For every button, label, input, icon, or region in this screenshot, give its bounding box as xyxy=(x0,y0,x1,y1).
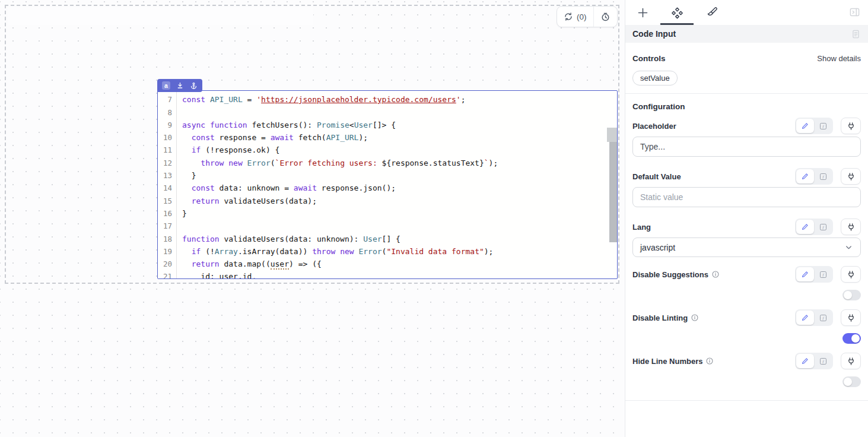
code-line[interactable]: 17 xyxy=(158,220,617,232)
line-number: 8 xyxy=(158,106,177,119)
collapse-panel-icon[interactable] xyxy=(849,7,860,18)
code-line[interactable]: 13 } xyxy=(158,169,617,182)
run-count: (0) xyxy=(577,12,587,21)
code-line[interactable]: 16} xyxy=(158,207,617,220)
line-number: 17 xyxy=(158,220,177,232)
plug-icon xyxy=(847,314,856,322)
setvalue-chip[interactable]: setValue xyxy=(632,71,678,86)
svg-text:f: f xyxy=(822,359,824,363)
show-details-link[interactable]: Show details xyxy=(817,54,861,63)
plug-icon xyxy=(847,122,856,131)
run-history-button[interactable] xyxy=(593,7,617,27)
function-mode-button[interactable]: f xyxy=(814,311,832,325)
edit-mode-button[interactable] xyxy=(796,169,814,183)
function-icon: f xyxy=(819,270,828,279)
property-row-placeholder: Placeholder f xyxy=(632,118,861,134)
default-value-input[interactable] xyxy=(632,187,861,207)
binding-mode-segment: f xyxy=(795,168,833,185)
code-line[interactable]: 8 xyxy=(158,106,617,119)
line-number: 18 xyxy=(158,233,177,245)
svg-text:f: f xyxy=(822,273,824,277)
binding-mode-segment: f xyxy=(795,266,833,283)
widget-title-bar: Code Input xyxy=(625,25,868,43)
function-mode-button[interactable]: f xyxy=(814,169,832,183)
divider xyxy=(625,400,868,401)
edit-mode-button[interactable] xyxy=(796,220,814,234)
disable-suggestions-toggle[interactable] xyxy=(842,290,861,300)
binding-mode-segment: f xyxy=(795,353,833,369)
code-line[interactable]: 9async function fetchUsers(): Promise<Us… xyxy=(158,119,617,131)
function-mode-button[interactable]: f xyxy=(814,220,832,234)
pencil-icon xyxy=(801,172,809,180)
svg-text:f: f xyxy=(822,124,824,128)
function-icon: f xyxy=(819,122,828,131)
code-lines[interactable]: 6}7const API_URL = 'https://jsonplacehol… xyxy=(158,91,617,278)
plug-icon xyxy=(847,357,856,366)
tab-add-widget[interactable] xyxy=(625,0,660,25)
code-input-widget[interactable]: 6}7const API_URL = 'https://jsonplacehol… xyxy=(157,90,618,279)
refresh-button[interactable]: (0) xyxy=(557,7,593,27)
code-line[interactable]: 15 return validateUsers(data); xyxy=(158,195,617,207)
edit-mode-button[interactable] xyxy=(796,119,814,133)
editor-scrollbar[interactable] xyxy=(609,128,617,242)
line-number: 14 xyxy=(158,182,177,194)
function-mode-button[interactable]: f xyxy=(814,119,832,133)
bind-data-button[interactable] xyxy=(841,266,861,283)
rename-icon[interactable]: a xyxy=(162,81,170,90)
code-line[interactable]: 12 throw new Error(`Error fetching users… xyxy=(158,157,617,169)
lang-select[interactable]: javascript xyxy=(632,238,861,257)
line-number: 15 xyxy=(158,195,177,207)
info-icon xyxy=(691,314,699,322)
controls-heading: Controls xyxy=(632,54,666,63)
property-row-disable-linting: Disable Linting f xyxy=(632,309,861,326)
lang-select-value: javascript xyxy=(640,243,675,252)
code-line[interactable]: 18function validateUsers(data: unknown):… xyxy=(158,233,617,245)
code-line[interactable]: 19 if (!Array.isArray(data)) throw new E… xyxy=(158,245,617,258)
pencil-icon xyxy=(801,223,809,231)
line-number: 19 xyxy=(158,245,177,258)
code-line[interactable]: 7const API_URL = 'https://jsonplaceholde… xyxy=(158,93,617,106)
configuration-heading: Configuration xyxy=(632,102,861,111)
insert-below-icon[interactable] xyxy=(176,82,184,90)
edit-mode-button[interactable] xyxy=(796,354,814,368)
function-icon: f xyxy=(819,172,828,181)
anchor-icon[interactable] xyxy=(190,82,198,90)
code-editor[interactable]: 6}7const API_URL = 'https://jsonplacehol… xyxy=(158,91,617,278)
canvas-top-zone xyxy=(8,7,313,25)
widget-action-chip[interactable]: a xyxy=(157,79,202,92)
app-canvas[interactable]: (0) a 6}7const API_URL = 'https://json xyxy=(0,0,625,437)
bind-data-button[interactable] xyxy=(841,118,861,134)
line-number: 21 xyxy=(158,270,177,278)
line-number: 9 xyxy=(158,119,177,131)
svg-text:f: f xyxy=(822,225,824,229)
code-line[interactable]: 21 id: user.id, xyxy=(158,270,617,278)
function-mode-button[interactable]: f xyxy=(814,267,832,281)
function-mode-button[interactable]: f xyxy=(814,354,832,368)
disable-linting-label: Disable Linting xyxy=(632,314,688,322)
code-line[interactable]: 20 return data.map((user) => ({ xyxy=(158,258,617,270)
plug-icon xyxy=(847,270,856,279)
docs-icon[interactable] xyxy=(851,29,861,39)
placeholder-input[interactable] xyxy=(632,137,861,157)
disable-linting-toggle[interactable] xyxy=(842,333,861,344)
bind-data-button[interactable] xyxy=(841,309,861,326)
code-line[interactable]: 14 const data: unknown = await response.… xyxy=(158,182,617,194)
bind-data-button[interactable] xyxy=(841,218,861,235)
hide-line-numbers-label: Hide Line Numbers xyxy=(632,357,702,366)
edit-mode-button[interactable] xyxy=(796,311,814,325)
tab-widget-properties[interactable] xyxy=(660,0,694,25)
line-number: 11 xyxy=(158,144,177,156)
bind-data-button[interactable] xyxy=(841,168,861,185)
line-number: 20 xyxy=(158,258,177,270)
function-icon: f xyxy=(819,314,828,322)
widget-title: Code Input xyxy=(632,29,676,39)
binding-mode-segment: f xyxy=(795,309,833,326)
tab-style[interactable] xyxy=(694,0,729,25)
code-line[interactable]: 11 if (!response.ok) { xyxy=(158,144,617,156)
edit-mode-button[interactable] xyxy=(796,267,814,281)
bind-data-button[interactable] xyxy=(841,353,861,369)
paintbrush-icon xyxy=(705,7,718,19)
hide-line-numbers-toggle[interactable] xyxy=(842,376,861,387)
svg-text:f: f xyxy=(822,175,824,179)
code-line[interactable]: 10 const response = await fetch(API_URL)… xyxy=(158,131,617,144)
